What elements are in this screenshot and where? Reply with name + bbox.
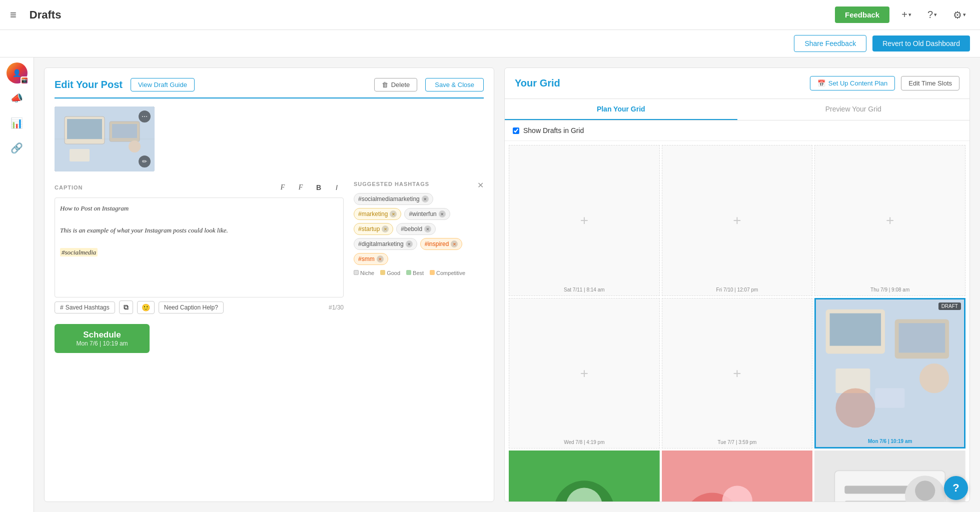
hashtag-tags: #socialmediamarketing × #marketing × #wi… <box>354 193 484 265</box>
plus-icon: + <box>733 366 741 382</box>
emoji-button[interactable]: 🙂 <box>137 301 155 314</box>
svg-point-13 <box>919 364 949 393</box>
plus-icon: + <box>901 9 907 20</box>
remove-tag-icon[interactable]: × <box>424 226 431 232</box>
edit-slots-button[interactable]: Edit Time Slots <box>901 76 959 90</box>
grid-cell-5[interactable]: + Tue 7/7 | 3:59 pm <box>662 298 813 449</box>
image-edit-icon[interactable]: ✏ <box>139 156 151 168</box>
sidebar-item-megaphone[interactable]: 📣 <box>7 88 28 108</box>
remove-tag-icon[interactable]: × <box>422 196 429 202</box>
page-title: Drafts <box>30 8 827 22</box>
hashtag-tag-digitalmarketing[interactable]: #digitalmarketing × <box>354 238 417 250</box>
grid-cell-6-draft[interactable]: DRAFT Mon 7/6 | 10:19 am <box>814 298 965 449</box>
show-drafts-label: Show Drafts in Grid <box>523 126 584 134</box>
legend-good: Good <box>380 270 400 276</box>
grid-cell-8[interactable] <box>662 450 813 502</box>
caption-footer: # Saved Hashtags ⧉ 🙂 Need Caption Help? … <box>55 300 344 314</box>
svg-point-5 <box>129 140 141 152</box>
help-question-icon: ? <box>952 482 959 494</box>
image-overlay-icon[interactable]: ⋯ <box>139 110 151 122</box>
schedule-button[interactable]: Schedule Mon 7/6 | 10:19 am <box>55 324 150 353</box>
sub-bar: Share Feedback Revert to Old Dashboard <box>0 30 980 58</box>
setup-content-button[interactable]: 📅 Set Up Content Plan <box>810 76 895 90</box>
svg-rect-12 <box>899 323 945 352</box>
grid-panel: Your Grid 📅 Set Up Content Plan Edit Tim… <box>504 68 970 502</box>
script-font-button[interactable]: F <box>294 180 308 194</box>
share-feedback-button[interactable]: Share Feedback <box>794 35 866 52</box>
settings-button[interactable]: ⚙ ▾ <box>949 7 970 23</box>
svg-point-16 <box>836 388 875 428</box>
hashtag-tag-winterfun[interactable]: #winterfun × <box>404 208 450 220</box>
copy-button[interactable]: ⧉ <box>119 300 133 314</box>
view-draft-guide-button[interactable]: View Draft Guide <box>131 78 195 92</box>
grid-image-8 <box>662 450 813 502</box>
hashtag-tag-startup[interactable]: #startup × <box>354 223 393 235</box>
delete-button[interactable]: 🗑 Delete <box>374 78 418 92</box>
tab-preview-grid[interactable]: Preview Your Grid <box>737 99 970 120</box>
grid-cell-4[interactable]: + Wed 7/8 | 4:19 pm <box>509 298 660 449</box>
remove-tag-icon[interactable]: × <box>382 226 389 232</box>
hashtag-legend: Niche Good Best Competitive <box>354 270 484 276</box>
hashtag-tag-inspired[interactable]: #inspired × <box>420 238 463 250</box>
font-button[interactable]: F <box>276 180 290 194</box>
hashtag-tag-socialmediamarketing[interactable]: #socialmediamarketing × <box>354 193 433 205</box>
grid-cell-9[interactable] <box>814 450 965 502</box>
grid-rows: + Sat 7/11 | 8:14 am + Fri 7/10 | 12:07 … <box>509 145 965 502</box>
avatar[interactable]: 👤 📷 <box>7 62 28 84</box>
hashtag-tag-bebold[interactable]: #bebold × <box>396 223 436 235</box>
svg-point-35 <box>915 481 935 501</box>
suggested-hashtags-label: SUGGESTED HASHTAGS <box>354 181 429 187</box>
sidebar-item-link[interactable]: 🔗 <box>7 138 28 158</box>
help-caret-icon: ▾ <box>934 12 937 18</box>
edit-panel-header: Edit Your Post View Draft Guide 🗑 Delete… <box>55 78 484 98</box>
help-button[interactable]: ? ▾ <box>923 7 941 22</box>
remove-tag-icon[interactable]: × <box>451 240 458 248</box>
show-drafts-checkbox[interactable] <box>513 128 519 134</box>
top-nav: ≡ Drafts Feedback + ▾ ? ▾ ⚙ ▾ <box>0 0 980 30</box>
remove-tag-icon[interactable]: × <box>439 210 446 218</box>
caption-count: #1/30 <box>329 304 344 311</box>
save-close-button[interactable]: Save & Close <box>425 78 484 92</box>
instagram-icon: 📷 <box>21 76 29 84</box>
feedback-button[interactable]: Feedback <box>835 6 889 23</box>
hashtags-close-button[interactable]: ✕ <box>477 180 484 190</box>
revert-button[interactable]: Revert to Old Dashboard <box>872 36 970 52</box>
gear-icon: ⚙ <box>953 9 962 21</box>
remove-tag-icon[interactable]: × <box>390 210 397 218</box>
svg-rect-30 <box>845 501 915 502</box>
hashtag-tag-smm[interactable]: #smm × <box>354 253 388 265</box>
draft-post-image <box>816 300 964 448</box>
question-icon: ? <box>927 9 933 20</box>
caption-help-button[interactable]: Need Caption Help? <box>159 302 224 314</box>
hashtag-icon: # <box>60 304 64 311</box>
caption-textarea[interactable]: How to Post on Instagram This is an exam… <box>55 198 344 298</box>
grid-image-7 <box>509 450 660 502</box>
italic-button[interactable]: I <box>330 180 344 194</box>
hashtags-header: SUGGESTED HASHTAGS ✕ <box>354 180 484 190</box>
grid-cell-2[interactable]: + Fri 7/10 | 12:07 pm <box>662 145 813 296</box>
saved-hashtags-button[interactable]: # Saved Hashtags <box>55 302 115 314</box>
plus-icon: + <box>580 212 588 228</box>
add-button[interactable]: + ▾ <box>897 7 915 22</box>
help-bubble[interactable]: ? <box>944 476 968 500</box>
remove-tag-icon[interactable]: × <box>406 240 413 248</box>
grid-cell-1[interactable]: + Sat 7/11 | 8:14 am <box>509 145 660 296</box>
grid-cell-label-2: Fri 7/10 | 12:07 pm <box>662 287 812 292</box>
plus-icon: + <box>580 366 588 382</box>
edit-panel-title: Edit Your Post <box>55 79 123 90</box>
content-area: Edit Your Post View Draft Guide 🗑 Delete… <box>34 58 980 512</box>
hashtag-tag-marketing[interactable]: #marketing × <box>354 208 401 220</box>
bold-button[interactable]: B <box>312 180 326 194</box>
svg-rect-4 <box>112 124 137 138</box>
sidebar-item-chart[interactable]: 📊 <box>7 112 28 134</box>
grid-cell-7[interactable] <box>509 450 660 502</box>
hamburger-icon[interactable]: ≡ <box>10 8 17 22</box>
remove-tag-icon[interactable]: × <box>377 256 384 262</box>
hashtags-section: SUGGESTED HASHTAGS ✕ #socialmediamarketi… <box>354 180 484 314</box>
grid-cell-3[interactable]: + Thu 7/9 | 9:08 am <box>814 145 965 296</box>
calendar-icon: 📅 <box>817 80 825 87</box>
settings-caret-icon: ▾ <box>963 12 966 18</box>
plus-icon: + <box>733 212 741 228</box>
tab-plan-grid[interactable]: Plan Your Grid <box>505 99 737 120</box>
grid-tabs: Plan Your Grid Preview Your Grid <box>505 99 969 120</box>
